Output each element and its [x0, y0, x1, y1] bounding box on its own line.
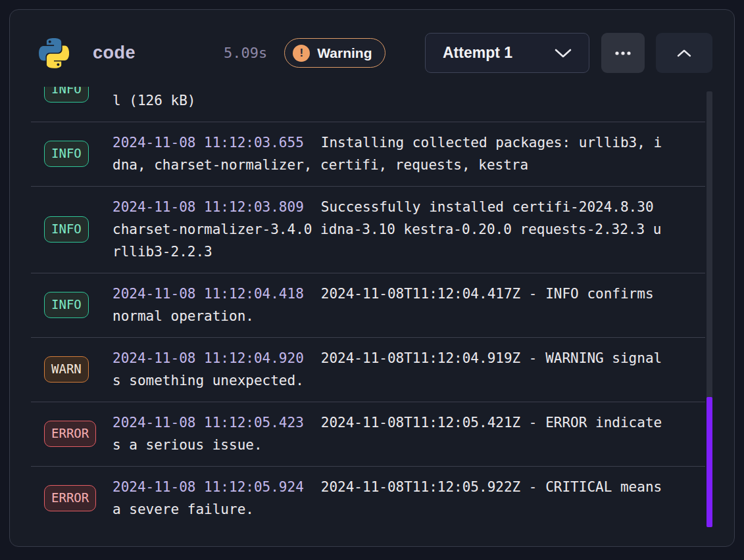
log-list: INFOl (126 kB)INFO2024-11-08 11:12:03.65… — [31, 87, 712, 530]
status-badge: ! Warning — [284, 38, 385, 68]
collapse-button[interactable] — [656, 33, 712, 73]
log-message-text: 2024-11-08T11:12:05.922Z - CRITICAL mean… — [321, 479, 662, 495]
log-row: WARN2024-11-08 11:12:04.9202024-11-08T11… — [31, 338, 705, 402]
log-line: 2024-11-08 11:12:05.9242024-11-08T11:12:… — [112, 476, 694, 498]
log-level-badge-col: ERROR — [44, 421, 112, 447]
log-level-badge: INFO — [44, 292, 89, 318]
log-level-badge: ERROR — [44, 421, 96, 447]
log-level-badge: INFO — [44, 216, 89, 243]
scrollbar-track[interactable] — [707, 91, 712, 527]
log-message: 2024-11-08 11:12:05.4232024-11-08T11:12:… — [112, 411, 694, 456]
log-message: 2024-11-08 11:12:04.9202024-11-08T11:12:… — [112, 347, 694, 392]
attempt-selector[interactable]: Attempt 1 — [425, 33, 589, 73]
log-level-badge-col: INFO — [44, 99, 112, 103]
log-line: 2024-11-08 11:12:05.4232024-11-08T11:12:… — [112, 411, 694, 434]
log-line: 2024-11-08 11:12:03.809Successfully inst… — [112, 196, 694, 218]
more-options-button[interactable] — [601, 33, 645, 73]
log-level-badge-col: INFO — [44, 292, 112, 318]
log-level-badge: WARN — [44, 356, 89, 383]
log-row: INFOl (126 kB) — [31, 87, 705, 122]
log-timestamp: 2024-11-08 11:12:03.655 — [112, 135, 304, 151]
log-row: ERROR2024-11-08 11:12:05.9242024-11-08T1… — [31, 467, 705, 530]
status-badge-label: Warning — [317, 45, 372, 61]
chevron-up-icon — [677, 49, 691, 57]
log-level-badge-col: WARN — [44, 356, 112, 383]
log-message: 2024-11-08 11:12:03.809Successfully inst… — [112, 196, 694, 263]
task-title: code — [93, 43, 136, 63]
log-line: 2024-11-08 11:12:04.9202024-11-08T11:12:… — [112, 347, 694, 369]
scrollbar-thumb[interactable] — [707, 397, 712, 527]
log-level-badge-col: INFO — [44, 216, 112, 243]
log-line: dna, charset-normalizer, certifi, reques… — [112, 154, 694, 176]
log-level-badge: INFO — [44, 87, 89, 103]
log-message: l (126 kB) — [112, 89, 694, 112]
log-line: 2024-11-08 11:12:04.4182024-11-08T11:12:… — [112, 283, 694, 305]
log-message-text: 2024-11-08T11:12:05.421Z - ERROR indicat… — [321, 415, 662, 431]
log-level-badge: ERROR — [44, 485, 96, 511]
task-log-card: code 5.09s ! Warning Attempt 1 — [9, 9, 735, 547]
task-header: code 5.09s ! Warning Attempt 1 — [10, 10, 734, 87]
warning-exclamation-icon: ! — [293, 45, 310, 62]
attempt-selector-label: Attempt 1 — [443, 44, 512, 62]
log-level-badge-col: INFO — [44, 141, 112, 167]
log-line: 2024-11-08 11:12:03.655Installing collec… — [112, 131, 694, 154]
log-timestamp: 2024-11-08 11:12:03.809 — [112, 199, 304, 215]
log-timestamp: 2024-11-08 11:12:04.418 — [112, 286, 304, 302]
log-timestamp: 2024-11-08 11:12:05.423 — [112, 415, 304, 431]
task-duration: 5.09s — [224, 45, 267, 61]
log-line: a severe failure. — [112, 498, 694, 521]
chevron-down-icon — [555, 49, 572, 58]
log-message: 2024-11-08 11:12:03.655Installing collec… — [112, 131, 694, 176]
python-icon — [39, 37, 69, 70]
log-message-text: 2024-11-08T11:12:04.919Z - WARNING signa… — [321, 350, 662, 366]
screen: code 5.09s ! Warning Attempt 1 — [0, 0, 744, 560]
log-viewport: INFOl (126 kB)INFO2024-11-08 11:12:03.65… — [31, 87, 712, 546]
log-message-text: Installing collected packages: urllib3, … — [321, 135, 662, 151]
log-row: INFO2024-11-08 11:12:03.655Installing co… — [31, 122, 705, 187]
log-level-badge-col: ERROR — [44, 485, 112, 511]
log-line: charset-normalizer-3.4.0 idna-3.10 kestr… — [112, 218, 694, 241]
log-message: 2024-11-08 11:12:05.9242024-11-08T11:12:… — [112, 476, 694, 521]
log-line: rllib3-2.2.3 — [112, 241, 694, 263]
log-message-text: Successfully installed certifi-2024.8.30 — [321, 199, 654, 215]
log-row: ERROR2024-11-08 11:12:05.4232024-11-08T1… — [31, 402, 705, 467]
log-line: s something unexpected. — [112, 369, 694, 392]
log-timestamp: 2024-11-08 11:12:04.920 — [112, 350, 304, 366]
log-row: INFO2024-11-08 11:12:03.809Successfully … — [31, 187, 705, 273]
ellipsis-icon — [614, 51, 632, 55]
log-message: 2024-11-08 11:12:04.4182024-11-08T11:12:… — [112, 283, 694, 327]
log-line: s a serious issue. — [112, 434, 694, 456]
log-line: normal operation. — [112, 305, 694, 327]
log-message-text: 2024-11-08T11:12:04.417Z - INFO confirms — [321, 286, 654, 302]
log-line: l (126 kB) — [112, 89, 694, 112]
log-row: INFO2024-11-08 11:12:04.4182024-11-08T11… — [31, 273, 705, 338]
log-level-badge: INFO — [44, 141, 89, 167]
log-timestamp: 2024-11-08 11:12:05.924 — [112, 479, 304, 495]
